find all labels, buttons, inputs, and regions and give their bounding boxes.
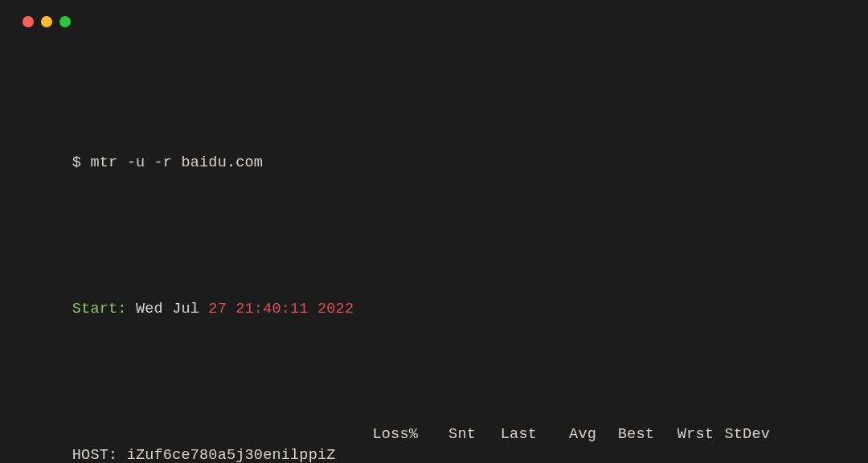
window-traffic-lights — [6, 11, 862, 48]
host-name: iZuf6ce780a5j30enilppiZ — [127, 447, 336, 463]
header-row: HOST: iZuf6ce780a5j30enilppiZ Loss% Snt … — [18, 424, 862, 463]
close-window-button[interactable] — [23, 16, 34, 27]
col-header-snt: Snt — [418, 424, 476, 463]
terminal-output: $ mtr -u -r baidu.com Start: Wed Jul 27 … — [6, 48, 862, 463]
command-line: $ mtr -u -r baidu.com — [18, 132, 862, 195]
col-header-best: Best — [596, 424, 654, 463]
minimize-window-button[interactable] — [41, 16, 52, 27]
col-header-wrst: Wrst — [654, 424, 714, 463]
prompt-symbol: $ — [72, 154, 91, 171]
command-text: mtr -u -r baidu.com — [90, 154, 263, 171]
zoom-window-button[interactable] — [59, 16, 71, 27]
start-line: Start: Wed Jul 27 21:40:11 2022 — [18, 278, 862, 341]
start-time: 27 21:40:11 2022 — [199, 301, 354, 318]
col-header-last: Last — [476, 424, 537, 463]
start-label: Start: — [72, 301, 127, 318]
col-header-avg: Avg — [537, 424, 596, 463]
col-header-stdev: StDev — [714, 424, 770, 463]
host-label: HOST: — [72, 447, 127, 463]
start-day: Wed Jul — [127, 301, 199, 318]
col-header-loss: Loss% — [352, 424, 418, 463]
